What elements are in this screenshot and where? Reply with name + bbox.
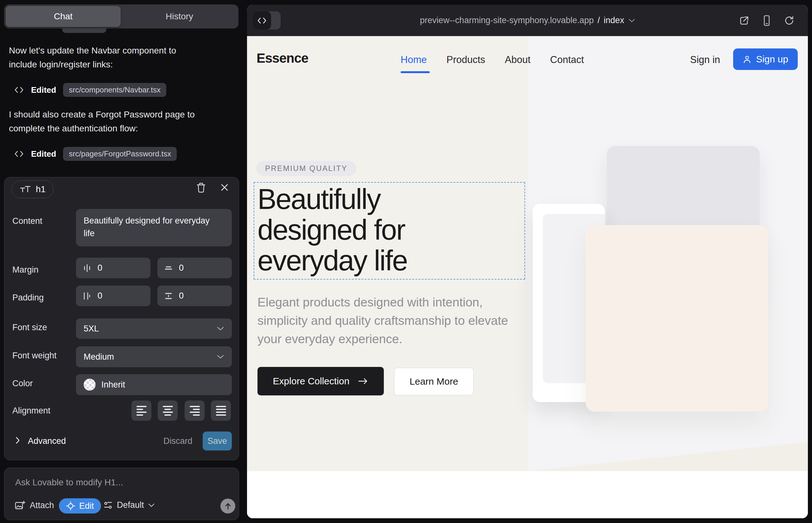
align-left-icon — [137, 406, 147, 416]
signup-button[interactable]: Sign up — [733, 49, 798, 70]
nav-contact[interactable]: Contact — [550, 54, 584, 66]
font-weight-label: Font weight — [12, 351, 57, 361]
attach-image-icon — [15, 500, 25, 510]
margin-label: Margin — [12, 265, 39, 275]
align-center-button[interactable] — [158, 400, 178, 421]
element-tag-label: h1 — [36, 184, 46, 194]
composer: Ask Lovable to modify H1... Attach Edit … — [4, 468, 239, 520]
align-center-icon — [163, 406, 173, 416]
sliders-icon — [103, 501, 113, 510]
preview-window: preview--charming-site-symphony.lovable.… — [247, 5, 808, 518]
align-right-icon — [190, 406, 200, 416]
attach-button[interactable]: Attach — [15, 500, 54, 510]
element-tag-pill[interactable]: h1 — [12, 180, 54, 198]
file-edit-row: Edited src/pages/ForgotPassword.tsx — [14, 147, 177, 161]
toolbar-actions — [739, 5, 795, 36]
color-label: Color — [12, 379, 33, 389]
code-icon — [14, 86, 24, 94]
font-weight-select[interactable]: Medium — [76, 346, 232, 367]
mobile-view-icon[interactable] — [762, 15, 772, 26]
margin-y-input[interactable]: 0 — [157, 258, 232, 278]
trash-icon[interactable] — [196, 182, 206, 193]
edit-mode-button[interactable]: Edit — [59, 498, 101, 513]
chat-history-tabs: Chat History — [4, 4, 239, 29]
file-edit-row: Edited src/components/Navbar.tsx — [14, 83, 166, 97]
edit-action-label: Edited — [31, 149, 56, 159]
margin-vertical-icon — [164, 264, 173, 273]
send-button[interactable] — [220, 499, 235, 513]
color-value: Inherit — [101, 380, 125, 390]
padding-x-input[interactable]: 0 — [76, 286, 151, 306]
refresh-icon[interactable] — [784, 15, 795, 26]
edit-label: Edit — [79, 501, 94, 511]
signin-link[interactable]: Sign in — [690, 54, 720, 66]
padding-y-value: 0 — [179, 291, 184, 301]
font-size-select[interactable]: 5XL — [76, 319, 232, 339]
chevron-down-icon — [217, 326, 224, 331]
save-button[interactable]: Save — [203, 432, 232, 451]
margin-x-value: 0 — [98, 263, 102, 273]
edit-action-label: Edited — [31, 85, 56, 95]
font-weight-value: Medium — [84, 352, 114, 362]
content-input[interactable]: Beautifully designed for everyday life — [76, 209, 232, 246]
explore-collection-button[interactable]: Explore Collection — [258, 367, 384, 395]
url-host: preview--charming-site-symphony.lovable.… — [420, 16, 594, 25]
tab-chat[interactable]: Chat — [6, 6, 121, 27]
arrow-right-icon — [357, 377, 368, 385]
chevron-down-icon — [629, 19, 635, 22]
hero-heading[interactable]: Beautifully designed for everyday life — [258, 184, 460, 276]
chevron-down-icon — [148, 503, 155, 507]
chat-sidebar: Chat History Now let's update the Navbar… — [0, 0, 247, 523]
chat-message: Now let's update the Navbar component to… — [9, 44, 205, 72]
align-right-button[interactable] — [184, 400, 205, 421]
open-external-icon[interactable] — [739, 15, 749, 26]
url-page: index — [604, 16, 624, 25]
code-icon — [14, 150, 24, 158]
active-nav-underline — [401, 71, 430, 73]
nav-about[interactable]: About — [505, 54, 530, 66]
chat-message: I should also create a Forgot Password p… — [9, 108, 205, 136]
code-view-toggle[interactable] — [253, 12, 281, 30]
margin-x-input[interactable]: 0 — [76, 258, 151, 278]
margin-horizontal-icon — [82, 264, 92, 273]
padding-y-input[interactable]: 0 — [157, 286, 232, 306]
url-divider: / — [598, 16, 600, 25]
chevron-down-icon — [217, 355, 224, 359]
padding-horizontal-icon — [82, 291, 92, 301]
tab-history[interactable]: History — [122, 6, 237, 27]
url-display[interactable]: preview--charming-site-symphony.lovable.… — [420, 16, 635, 25]
cta-primary-label: Explore Collection — [273, 376, 350, 386]
site-preview: Essence Home Products About Contact Sign… — [247, 36, 808, 518]
user-icon — [743, 55, 752, 64]
file-path-badge[interactable]: src/pages/ForgotPassword.tsx — [63, 147, 177, 161]
color-select[interactable]: Inherit — [76, 374, 232, 395]
site-nav: Home Products About Contact — [401, 54, 584, 66]
align-justify-button[interactable] — [211, 400, 231, 421]
align-left-button[interactable] — [131, 400, 152, 421]
crosshair-icon — [66, 501, 75, 511]
code-icon — [253, 12, 271, 30]
decorative-card-beige — [586, 225, 768, 412]
advanced-toggle[interactable]: Advanced — [28, 436, 66, 446]
padding-x-value: 0 — [98, 291, 102, 301]
signup-label: Sign up — [756, 54, 788, 65]
nav-products[interactable]: Products — [446, 54, 485, 66]
file-path-badge[interactable]: src/components/Navbar.tsx — [63, 83, 166, 97]
close-icon[interactable] — [220, 182, 229, 193]
content-label: Content — [12, 216, 42, 226]
padding-label: Padding — [12, 293, 44, 303]
align-justify-icon — [216, 406, 226, 416]
alignment-label: Alignment — [12, 406, 50, 416]
chevron-right-icon — [15, 436, 20, 445]
font-size-label: Font size — [12, 323, 47, 332]
app-root: Chat History Now let's update the Navbar… — [0, 0, 812, 523]
discard-button[interactable]: Discard — [163, 436, 193, 446]
site-logo[interactable]: Essence — [257, 51, 308, 66]
padding-vertical-icon — [164, 291, 173, 301]
model-selector[interactable]: Default — [103, 500, 155, 510]
composer-input[interactable]: Ask Lovable to modify H1... — [15, 477, 123, 488]
hero-paragraph: Elegant products designed with intention… — [258, 293, 517, 348]
learn-more-button[interactable]: Learn More — [394, 367, 474, 395]
nav-home[interactable]: Home — [401, 54, 427, 66]
type-icon — [19, 185, 31, 194]
